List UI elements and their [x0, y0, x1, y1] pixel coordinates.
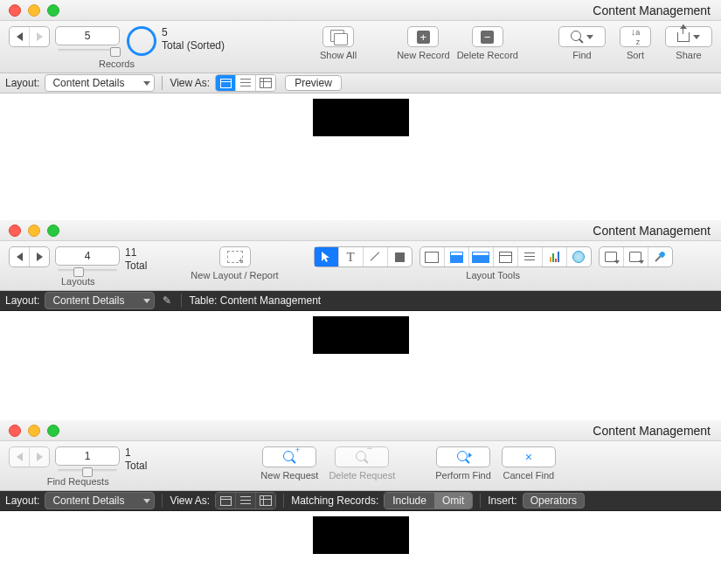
eyedropper-icon: [654, 251, 666, 263]
portal-tool[interactable]: [517, 247, 542, 266]
view-as-segment: [215, 492, 276, 509]
list-view-icon: [240, 79, 251, 87]
show-all-label: Show All: [320, 50, 357, 60]
view-as-label: View As:: [170, 495, 210, 507]
button-tool[interactable]: [444, 247, 468, 266]
table-view-icon: [260, 78, 272, 88]
record-slider[interactable]: [56, 45, 119, 53]
close-window-icon[interactable]: [9, 4, 21, 17]
layout-bar-dark: Layout: Content Details ✎ Table: Content…: [0, 291, 721, 311]
next-record-button[interactable]: [29, 27, 49, 46]
webviewer-tool[interactable]: [566, 247, 591, 266]
find-button[interactable]: [558, 26, 606, 47]
minimize-window-icon[interactable]: [28, 225, 40, 237]
field-picker-tool[interactable]: [600, 247, 623, 266]
zoom-window-icon[interactable]: [47, 225, 59, 237]
layout-select[interactable]: Content Details: [45, 74, 155, 92]
layout-slider[interactable]: [56, 266, 119, 273]
form-view-icon: [220, 496, 232, 506]
include-button[interactable]: Include: [385, 493, 434, 508]
layout-number-field[interactable]: 4: [55, 246, 120, 266]
minimize-window-icon[interactable]: [28, 4, 40, 17]
zoom-window-icon[interactable]: [47, 4, 59, 17]
portal-icon: [524, 252, 535, 261]
view-list-button[interactable]: [235, 493, 255, 508]
preview-button[interactable]: Preview: [285, 75, 342, 91]
square-icon: [395, 252, 405, 262]
show-all-icon: [330, 30, 346, 44]
view-table-button[interactable]: [255, 493, 275, 508]
titlebar: Content Management: [0, 0, 721, 21]
minimize-window-icon[interactable]: [28, 425, 40, 437]
toolbar: 1 1 Total Find Requests + New Request − …: [0, 441, 721, 491]
records-label: Records: [99, 59, 135, 69]
prev-record-button[interactable]: [10, 27, 29, 46]
chart-icon: [550, 252, 559, 262]
new-layout-button[interactable]: [219, 246, 251, 267]
request-number-field[interactable]: 1: [55, 446, 120, 466]
zoom-window-icon[interactable]: [47, 425, 59, 437]
layout-select-value: Content Details: [52, 294, 124, 307]
prev-layout-button[interactable]: [10, 247, 29, 266]
buttonbar-tool[interactable]: [468, 247, 493, 266]
chevron-down-icon: [693, 35, 700, 39]
part-tool[interactable]: [623, 247, 648, 266]
share-button[interactable]: [665, 26, 712, 47]
field-tool[interactable]: [420, 247, 444, 266]
next-layout-button[interactable]: [29, 247, 49, 266]
requests-status: Total: [125, 460, 147, 473]
window-find: Content Management 1 1 Total Find Reques…: [0, 420, 721, 559]
next-request-button[interactable]: [29, 447, 49, 467]
view-form-button[interactable]: [216, 75, 235, 91]
delete-record-button[interactable]: −: [472, 26, 503, 47]
content-area: [0, 511, 721, 559]
layout-label: Layout:: [5, 495, 39, 507]
line-tool[interactable]: [363, 247, 387, 266]
delete-request-button[interactable]: −: [335, 446, 389, 467]
perform-find-button[interactable]: [436, 446, 490, 467]
text-tool[interactable]: T: [338, 247, 363, 266]
selection-tool[interactable]: [315, 247, 338, 266]
titlebar: Content Management: [0, 220, 721, 241]
sort-button[interactable]: ↓az: [620, 26, 651, 47]
show-all-button[interactable]: [322, 26, 354, 47]
layout-select[interactable]: Content Details: [45, 292, 155, 309]
perform-find-label: Perform Find: [435, 470, 491, 481]
record-number-field[interactable]: 5: [55, 26, 120, 45]
search-go-icon: [457, 451, 469, 463]
operators-button[interactable]: Operators: [523, 493, 585, 508]
close-window-icon[interactable]: [9, 225, 21, 237]
view-table-button[interactable]: [255, 75, 275, 91]
new-record-button[interactable]: +: [407, 26, 439, 47]
layout-tools-group-2: [419, 246, 592, 267]
view-list-button[interactable]: [235, 75, 255, 91]
layout-select[interactable]: Content Details: [45, 492, 155, 509]
layout-nav: [9, 246, 50, 267]
omit-button[interactable]: Omit: [434, 493, 472, 508]
include-omit-segment: Include Omit: [384, 492, 473, 509]
pointer-icon: [321, 251, 331, 263]
web-icon: [572, 251, 585, 263]
new-record-label: New Record: [397, 50, 450, 60]
format-painter-tool[interactable]: [648, 247, 672, 266]
close-window-icon[interactable]: [9, 425, 21, 437]
form-view-icon: [220, 79, 232, 88]
request-slider[interactable]: [56, 466, 119, 474]
window-browse: Content Management 5 5 Total (Sorted) Re…: [0, 0, 721, 142]
chevron-down-icon: [143, 499, 150, 503]
search-plus-icon: [283, 451, 295, 463]
rectangle-tool[interactable]: [387, 247, 412, 266]
new-request-button[interactable]: +: [262, 446, 316, 467]
chevron-down-icon: [143, 299, 150, 303]
content-area: [0, 311, 721, 359]
chart-tool[interactable]: [542, 247, 566, 266]
cancel-find-button[interactable]: ×: [502, 446, 556, 467]
view-form-button[interactable]: [216, 493, 235, 508]
find-requests-label: Find Requests: [47, 476, 109, 487]
view-as-label: View As:: [170, 77, 210, 89]
edit-layout-icon[interactable]: ✎: [160, 294, 174, 308]
prev-request-button[interactable]: [10, 447, 29, 467]
button-icon: [450, 252, 463, 263]
tab-tool[interactable]: [493, 247, 517, 266]
toolbar: 4 11 Total Layouts New Layout / Report T: [0, 241, 721, 291]
